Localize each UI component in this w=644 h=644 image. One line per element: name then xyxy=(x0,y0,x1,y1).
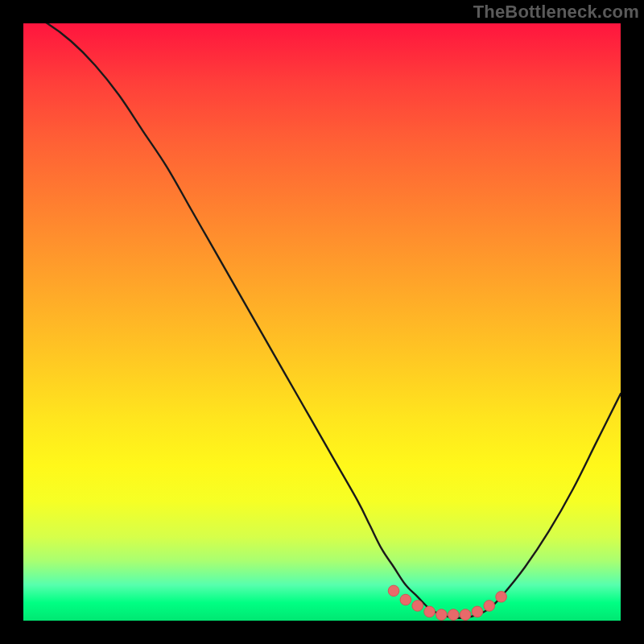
bottleneck-curve xyxy=(23,23,621,618)
marker-dot xyxy=(472,606,483,617)
marker-dot xyxy=(448,609,459,621)
marker-dot xyxy=(496,592,507,603)
watermark-text: TheBottleneck.com xyxy=(473,2,639,23)
marker-dot xyxy=(484,601,495,612)
marker-dot xyxy=(424,606,436,617)
marker-dot xyxy=(388,585,399,597)
marker-dot xyxy=(436,609,448,621)
marker-dot xyxy=(412,601,423,612)
curve-layer xyxy=(23,23,621,621)
marker-dot xyxy=(400,594,411,605)
optimal-range-markers xyxy=(388,585,506,620)
chart-container: TheBottleneck.com xyxy=(0,0,644,644)
marker-dot xyxy=(460,609,471,621)
